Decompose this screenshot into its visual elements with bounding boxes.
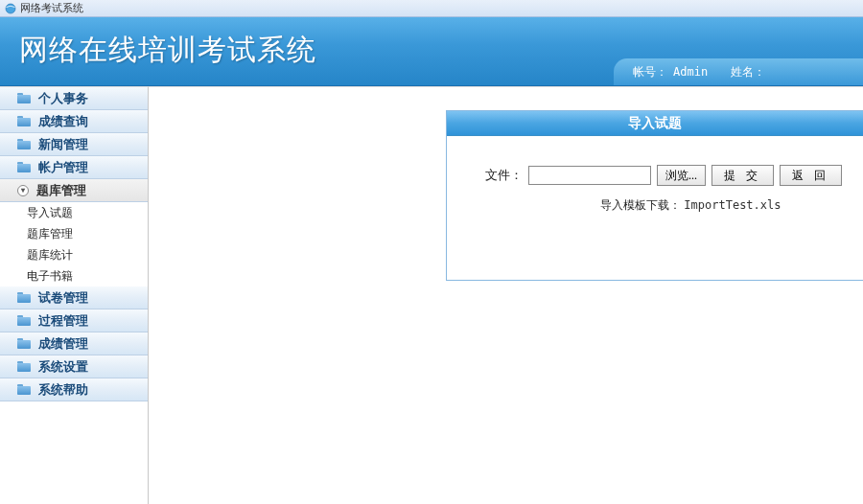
- folder-icon: [17, 361, 31, 372]
- folder-icon: [17, 315, 31, 326]
- folder-icon: [17, 116, 31, 126]
- sidebar-item-label: 帐户管理: [38, 159, 88, 176]
- sidebar-item-system-help[interactable]: 系统帮助: [0, 378, 148, 401]
- file-label: 文件：: [485, 167, 523, 184]
- template-label: 导入模板下载：: [600, 198, 681, 212]
- sidebar-item-label: 新闻管理: [38, 136, 88, 153]
- file-path-input[interactable]: [528, 166, 651, 185]
- sidebar-item-label: 导入试题: [27, 205, 73, 221]
- folder-icon: [17, 292, 31, 303]
- template-download-link[interactable]: ImportTest.xls: [684, 198, 781, 212]
- sidebar-item-label: 个人事务: [38, 90, 88, 107]
- sidebar-item-personal[interactable]: 个人事务: [0, 87, 148, 110]
- submit-button[interactable]: 提 交: [711, 165, 774, 186]
- file-form-row: 文件： 浏览... 提 交 返 回: [485, 165, 844, 186]
- sidebar-item-account[interactable]: 帐户管理: [0, 156, 148, 179]
- sidebar-item-system-settings[interactable]: 系统设置: [0, 355, 148, 378]
- sidebar-subitem-import-questions[interactable]: 导入试题: [0, 202, 148, 223]
- sidebar-subitem-ebook[interactable]: 电子书籍: [0, 265, 148, 286]
- sidebar-item-news[interactable]: 新闻管理: [0, 133, 148, 156]
- sidebar-item-label: 题库管理: [36, 182, 86, 199]
- sidebar-item-score-manage[interactable]: 成绩管理: [0, 332, 148, 355]
- back-button[interactable]: 返 回: [780, 165, 842, 186]
- sidebar-item-label: 过程管理: [38, 312, 88, 330]
- sidebar-item-process[interactable]: 过程管理: [0, 309, 148, 332]
- window-tab-title: 网络考试系统: [20, 1, 83, 15]
- sidebar-item-label: 电子书籍: [27, 268, 73, 285]
- sidebar-subitem-bank-manage[interactable]: 题库管理: [0, 223, 148, 244]
- template-download-row: 导入模板下载： ImportTest.xls: [485, 197, 844, 214]
- sidebar-item-label: 系统帮助: [38, 381, 88, 399]
- sidebar-item-label: 题库管理: [27, 226, 73, 242]
- browser-icon: [5, 3, 16, 14]
- sidebar-item-paper[interactable]: 试卷管理: [0, 286, 148, 309]
- svg-point-0: [6, 4, 15, 13]
- account-label: 帐号：: [633, 64, 667, 80]
- folder-icon: [17, 139, 31, 149]
- app-title: 网络在线培训考试系统: [19, 31, 316, 70]
- sidebar-item-label: 成绩管理: [38, 335, 88, 353]
- sidebar-item-label: 系统设置: [38, 358, 88, 376]
- sidebar-item-score-query[interactable]: 成绩查询: [0, 110, 148, 133]
- folder-icon: [17, 162, 31, 172]
- account-value: Admin: [673, 65, 708, 79]
- sidebar-nav: 个人事务 成绩查询 新闻管理 帐户管理 ▾ 题库管理 导入试题 题库管理 题库统…: [0, 86, 149, 504]
- sidebar-subitem-bank-stats[interactable]: 题库统计: [0, 244, 148, 265]
- folder-icon: [17, 338, 31, 349]
- folder-icon: [17, 93, 31, 103]
- sidebar-item-question-bank[interactable]: ▾ 题库管理: [0, 179, 148, 202]
- app-header: 网络在线培训考试系统 帐号： Admin 姓名：: [0, 17, 863, 86]
- folder-icon: [17, 384, 31, 395]
- chevron-down-icon: ▾: [17, 185, 29, 196]
- sidebar-item-label: 成绩查询: [38, 113, 88, 130]
- name-label: 姓名：: [731, 64, 765, 80]
- panel-title: 导入试题: [447, 111, 863, 136]
- user-info-bar: 帐号： Admin 姓名：: [614, 58, 863, 85]
- sidebar-item-label: 试卷管理: [38, 289, 88, 307]
- import-panel: 导入试题 文件： 浏览... 提 交 返 回 导入模板下载： ImportTes…: [446, 110, 863, 281]
- sidebar-item-label: 题库统计: [27, 247, 73, 263]
- window-titlebar: 网络考试系统: [0, 0, 863, 17]
- panel-body: 文件： 浏览... 提 交 返 回 导入模板下载： ImportTest.xls: [447, 136, 863, 280]
- browse-button[interactable]: 浏览...: [657, 165, 706, 186]
- main-content: 导入试题 文件： 浏览... 提 交 返 回 导入模板下载： ImportTes…: [149, 86, 863, 504]
